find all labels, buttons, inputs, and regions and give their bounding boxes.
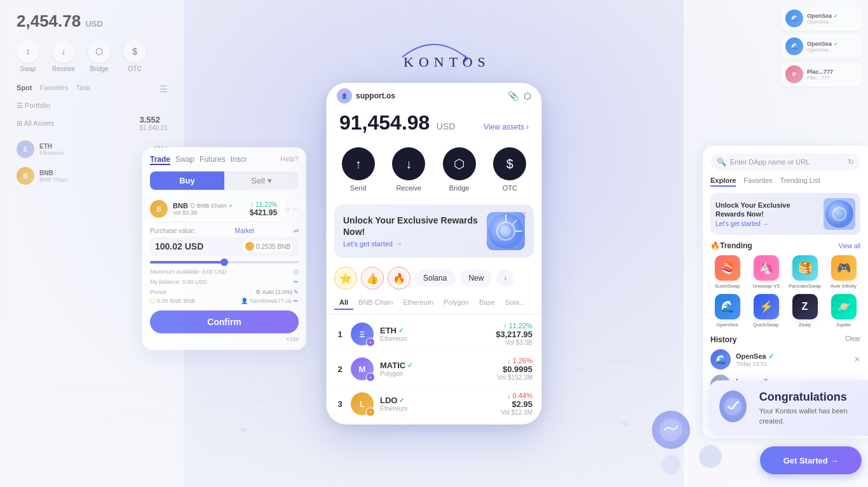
verified-icon: ✓ [399,397,404,404]
history-item-opensea[interactable]: 🌊 OpenSea ✓ Today 13:51 ✕ [710,349,860,370]
app-opensea[interactable]: 🌊 OpenSea [710,294,744,328]
otc-action[interactable]: $ OTC [493,147,526,192]
trade-help[interactable]: Help? [280,155,299,165]
trending-title: 🔥Trending [710,241,752,250]
buy-button[interactable]: Buy [150,171,224,190]
send-action[interactable]: ↑ Send [342,147,375,192]
tab-trending[interactable]: Trending List [780,177,820,187]
trade-buy-sell: Buy Sell ▾ [150,171,299,190]
filter-arrow[interactable]: › [496,269,514,287]
app-jupiter[interactable]: 🪐 Jupiter [827,294,860,328]
purchase-label: Purchase value: Market ⇄ [150,227,299,234]
dapp-promo-title: Unlock Your Exclusive Rewards Now! [715,201,818,219]
sell-button[interactable]: Sell ▾ [224,171,299,190]
clear-history-button[interactable]: Clear [845,335,860,344]
tab-explore[interactable]: Explore [710,177,736,187]
phone-container: KONTOS 👤 support.os 📎 ⬡ 91,454.98 USD [320,0,548,487]
kontos-logo-svg: KONTOS [370,32,498,70]
verified-icon: ✓ [407,362,412,369]
chain-tab-base[interactable]: Base [474,296,500,310]
chain-tab-all[interactable]: All [334,296,353,310]
right-token-plac: P Plac...777 Plac...777 [781,62,863,86]
app-pancakeswap[interactable]: 🥞 PancakeSwap [788,255,822,289]
svg-point-16 [660,418,682,441]
chain-tab-solana[interactable]: Sola... [500,296,530,310]
promo-link[interactable]: Let's get started → [343,240,480,248]
solana-filter[interactable]: Solana [414,270,456,286]
token-row-matic[interactable]: 2 M + MATIC ✓ Polygon ↓ 1.26% $0.9995 Vo… [327,352,541,387]
view-assets-link[interactable]: View assets › [484,123,529,131]
right-token-opensea-1: 🌊 OpenSea ✓ OpenSea... [781,6,863,30]
token-name: BNB ⬡ BNB Chain ✓ [173,202,245,210]
svg-point-13 [825,200,853,228]
phone-frame: 👤 support.os 📎 ⬡ 91,454.98 USD View asse… [326,83,542,425]
username: support.os [356,91,395,100]
tab-inscr[interactable]: Inscr [231,155,247,165]
receive-action[interactable]: ↓ Receive [392,147,425,192]
token-row-eth[interactable]: 1 Ξ + ETH ✓ Ethereum ↑ 11.22% $3,217.95 … [327,317,541,352]
tab-futures[interactable]: Futures [200,155,226,165]
ldo-icon: L + [351,392,374,415]
left-action-swap: ↕ Swap [17,40,39,72]
bridge-action[interactable]: ⬡ Bridge [443,147,476,192]
hot-filter[interactable]: 👍 [361,267,384,290]
left-nav: Spot Favorites Task ☰ [10,79,174,99]
trade-amount: 100.02 USD [155,241,238,251]
trade-time: <10s [150,336,299,342]
balance-amount: 91,454.98 [339,111,430,134]
trade-balance-row: My balance: 0.00 USD ✏ [150,279,299,285]
star-filter[interactable]: ⭐ [334,267,357,290]
right-token-list: 🌊 OpenSea ✓ OpenSea... 🌊 OpenSea ✓ OpenS… [776,0,868,97]
dapp-promo-link[interactable]: Let's get started → [715,220,818,227]
history-header: History Clear [710,335,860,344]
tab-swap[interactable]: Swap [175,155,194,165]
left-action-receive: ↓ Receive [52,40,75,72]
dapp-search-bar[interactable]: 🔍 Enter DApp name or URL ↻ [710,154,860,170]
scan-icon[interactable]: ⬡ [524,91,531,101]
left-action-bridge: ⬡ Bridge [88,40,111,72]
app-axie[interactable]: 🎮 Axie Infinity [827,255,860,289]
app-sushiswap[interactable]: 🍣 SushiSwap [710,255,744,289]
confirm-button[interactable]: Confirm [150,310,299,333]
left-balance: 2,454.78 USD [10,6,174,34]
promo-image [487,212,525,250]
left-actions: ↕ Swap ↓ Receive ⬡ Bridge $ OTC [10,34,174,79]
app-uniswap[interactable]: 🦄 Uniswap V3 [749,255,783,289]
phone-balance: 91,454.98 USD View assets › [327,106,541,142]
new-filter[interactable]: New [459,270,492,286]
tab-favorites[interactable]: Favorites [743,177,772,187]
trending-header: 🔥Trending View all [710,241,860,250]
search-input[interactable]: Enter DApp name or URL [730,158,844,166]
svg-point-9 [501,226,511,236]
trade-amount-row[interactable]: 100.02 USD 0.2535 BNB [150,237,299,256]
svg-text:KONTOS: KONTOS [403,54,491,70]
bnb-icon: B [150,200,168,218]
trade-token-row: B BNB ⬡ BNB Chain ✓ Vol $3.3B ↑ 11.22% $… [150,196,299,222]
rank-1: 1 [336,330,344,339]
dapp-nav-tabs: Explore Favorites Trending List [710,177,860,187]
history-close-opensea[interactable]: ✕ [854,355,860,364]
matic-icon: M + [351,357,374,380]
tab-trade[interactable]: Trade [150,155,170,165]
congrats-icon [719,390,747,422]
app-zealy[interactable]: Z Zealy [788,294,822,328]
deco-circle-small [661,455,681,474]
chain-tab-bnb[interactable]: BNB Chain [353,296,398,310]
chain-tabs: All BNB Chain Ethereum Polygon Base Sola… [327,293,541,314]
left-portfolio: ☰ Portfolio [10,99,174,112]
eth-icon: Ξ + [351,323,374,345]
get-started-button[interactable]: Get Started → [760,446,862,474]
refresh-icon[interactable]: ↻ [848,157,854,166]
filter-row: ⭐ 👍 🔥 Solana New › [327,263,541,293]
promo-banner: ✕ Unlock Your Exclusive Rewards Now! Let… [334,204,534,258]
congrats-subtitle: Your Kontos wallet has been created. [759,406,858,426]
app-quickswap[interactable]: ⚡ QuickSwap [749,294,783,328]
attach-icon[interactable]: 📎 [508,91,519,101]
trade-slider[interactable] [150,261,299,264]
deco-circle-medium [699,445,722,468]
fire-filter[interactable]: 🔥 [388,267,410,290]
chain-tab-polygon[interactable]: Polygon [438,296,474,310]
view-all-link[interactable]: View all [839,243,860,250]
token-row-ldo[interactable]: 3 L + LDO ✓ Ethereum ↓ 0.44% $2.95 Vol $… [327,387,541,422]
chain-tab-eth[interactable]: Ethereum [398,296,438,310]
